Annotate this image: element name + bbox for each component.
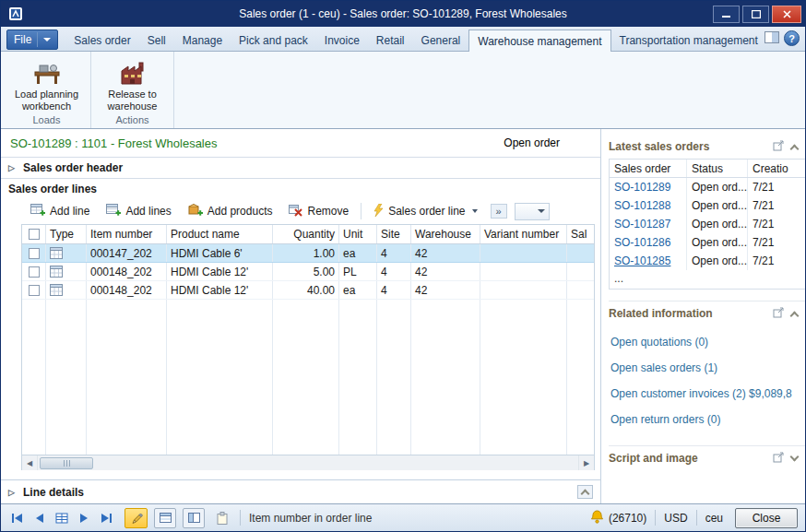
add-line-button[interactable]: Add line xyxy=(23,200,97,222)
open-customer-invoices-link[interactable]: Open customer invoices (2) $9,089,8 xyxy=(610,381,805,407)
column-header-quantity[interactable]: Quantity xyxy=(273,225,339,243)
collapse-pane-button[interactable] xyxy=(577,485,593,499)
unit-cell[interactable]: ea xyxy=(339,281,377,299)
product-name-cell[interactable]: HDMI Cable 12' xyxy=(167,281,273,299)
popout-icon[interactable] xyxy=(773,307,785,321)
toolbar-dropdown-button[interactable] xyxy=(515,203,550,220)
company-indicator[interactable]: ceu xyxy=(705,512,723,525)
quantity-cell[interactable]: 40.00 xyxy=(273,281,339,299)
tab-retail[interactable]: Retail xyxy=(368,30,413,50)
quantity-cell[interactable]: 5.00 xyxy=(273,263,339,280)
show-grid-view-button[interactable] xyxy=(154,508,176,528)
file-menu-button[interactable]: File xyxy=(6,30,58,50)
last-record-button[interactable] xyxy=(97,509,114,527)
site-cell[interactable]: 4 xyxy=(377,281,411,299)
unit-cell[interactable]: ea xyxy=(339,244,377,262)
select-all-checkbox[interactable] xyxy=(29,229,40,240)
column-header-unit[interactable]: Unit xyxy=(339,225,377,243)
variant-number-cell[interactable] xyxy=(480,263,567,280)
open-return-orders-link[interactable]: Open return orders (0) xyxy=(610,407,805,432)
row-checkbox[interactable] xyxy=(29,248,40,259)
title-bar[interactable]: Sales order (1 - ceu) - Sales order: SO-… xyxy=(1,1,805,27)
scroll-left-icon[interactable]: ◀ xyxy=(22,455,38,470)
sales-order-line-menu-button[interactable]: Sales order line xyxy=(366,201,484,222)
factbox-latest-sales-orders-header[interactable]: Latest sales orders xyxy=(609,136,805,157)
sales-line-row[interactable]: 000147_202 HDMI Cable 6' 1.00 ea 4 42 xyxy=(22,244,594,263)
row-select-cell[interactable] xyxy=(22,281,46,299)
row-select-cell[interactable] xyxy=(22,244,46,262)
expand-chevron-icon[interactable] xyxy=(790,452,800,461)
product-name-cell[interactable]: HDMI Cable 12' xyxy=(167,263,273,280)
warehouse-cell[interactable]: 42 xyxy=(411,244,480,262)
help-button[interactable]: ? xyxy=(784,30,800,46)
sales-line-row[interactable]: 000148_202 HDMI Cable 12' 5.00 PL 4 42 xyxy=(22,263,594,281)
scrollbar-thumb[interactable] xyxy=(40,457,93,469)
maximize-button[interactable] xyxy=(742,6,769,23)
fb-column-created[interactable]: Creatio xyxy=(748,160,805,177)
add-products-button[interactable]: Add products xyxy=(181,200,280,222)
sal-cell[interactable] xyxy=(567,244,594,262)
site-cell[interactable]: 4 xyxy=(377,244,411,262)
factbox-related-information-header[interactable]: Related information xyxy=(609,303,805,324)
factbox-script-and-image-header[interactable]: Script and image xyxy=(609,448,805,468)
column-header-item-number[interactable]: Item number xyxy=(87,225,167,243)
warehouse-cell[interactable]: 42 xyxy=(411,263,480,280)
site-cell[interactable]: 4 xyxy=(377,263,411,280)
sales-order-link[interactable]: SO-101287 xyxy=(614,218,670,231)
column-header-product-name[interactable]: Product name xyxy=(167,225,273,243)
open-quotations-link[interactable]: Open quotations (0) xyxy=(610,329,805,355)
variant-number-cell[interactable] xyxy=(480,244,567,262)
column-header-site[interactable]: Site xyxy=(377,225,411,243)
close-window-button[interactable] xyxy=(772,6,801,23)
open-sales-orders-link[interactable]: Open sales orders (1) xyxy=(610,355,805,381)
expand-arrow-icon[interactable]: ▷ xyxy=(8,163,17,172)
select-all-cell[interactable] xyxy=(22,225,46,243)
column-header-variant-number[interactable]: Variant number xyxy=(480,225,567,243)
product-name-cell[interactable]: HDMI Cable 6' xyxy=(167,244,273,262)
sales-order-link[interactable]: SO-101286 xyxy=(614,236,670,249)
collapse-chevron-icon[interactable] xyxy=(790,311,800,320)
popout-icon[interactable] xyxy=(773,140,785,154)
row-checkbox[interactable] xyxy=(29,285,40,296)
collapse-chevron-icon[interactable] xyxy=(790,144,800,153)
load-planning-workbench-button[interactable]: Load planning workbench xyxy=(5,54,89,113)
release-to-warehouse-button[interactable]: Release to warehouse xyxy=(93,54,172,113)
tab-manage[interactable]: Manage xyxy=(174,30,231,50)
first-record-button[interactable] xyxy=(8,509,26,527)
column-header-type[interactable]: Type xyxy=(46,225,87,243)
clipboard-icon[interactable] xyxy=(213,508,231,528)
sales-order-link[interactable]: SO-101289 xyxy=(614,181,670,194)
sal-cell[interactable] xyxy=(567,281,594,299)
item-number-cell[interactable]: 000147_202 xyxy=(87,244,167,262)
remove-button[interactable]: Remove xyxy=(281,201,356,222)
column-header-sal[interactable]: Sal xyxy=(567,225,594,243)
grid-view-button[interactable] xyxy=(53,509,70,527)
sales-order-link[interactable]: SO-101288 xyxy=(614,199,670,212)
close-button[interactable]: Close xyxy=(735,508,798,528)
expand-arrow-icon[interactable]: ▷ xyxy=(8,488,17,497)
horizontal-scrollbar[interactable]: ◀ ▶ xyxy=(22,455,594,470)
section-line-details[interactable]: ▷ Line details xyxy=(1,479,600,503)
alerts-bell-icon[interactable] xyxy=(590,510,604,526)
show-details-view-button[interactable] xyxy=(183,508,205,528)
next-record-button[interactable] xyxy=(75,509,92,527)
tab-general[interactable]: General xyxy=(413,30,469,50)
sal-cell[interactable] xyxy=(567,263,594,280)
tab-sales-order[interactable]: Sales order xyxy=(65,30,138,50)
tab-sell[interactable]: Sell xyxy=(139,30,174,50)
currency-indicator[interactable]: USD xyxy=(664,512,687,525)
add-lines-button[interactable]: Add lines xyxy=(99,200,178,222)
variant-number-cell[interactable] xyxy=(480,281,567,299)
quantity-cell[interactable]: 1.00 xyxy=(273,244,339,262)
unit-cell[interactable]: PL xyxy=(339,263,377,280)
edit-record-button[interactable] xyxy=(124,508,148,528)
fb-column-status[interactable]: Status xyxy=(687,160,748,177)
tab-warehouse-management[interactable]: Warehouse management xyxy=(468,30,610,52)
row-select-cell[interactable] xyxy=(22,263,46,280)
item-number-cell[interactable]: 000148_202 xyxy=(87,281,167,299)
item-number-cell[interactable]: 000148_202 xyxy=(87,263,167,280)
popout-icon[interactable] xyxy=(773,452,785,466)
warehouse-cell[interactable]: 42 xyxy=(411,281,480,299)
panel-layout-icon[interactable] xyxy=(765,31,779,46)
row-checkbox[interactable] xyxy=(29,266,40,278)
